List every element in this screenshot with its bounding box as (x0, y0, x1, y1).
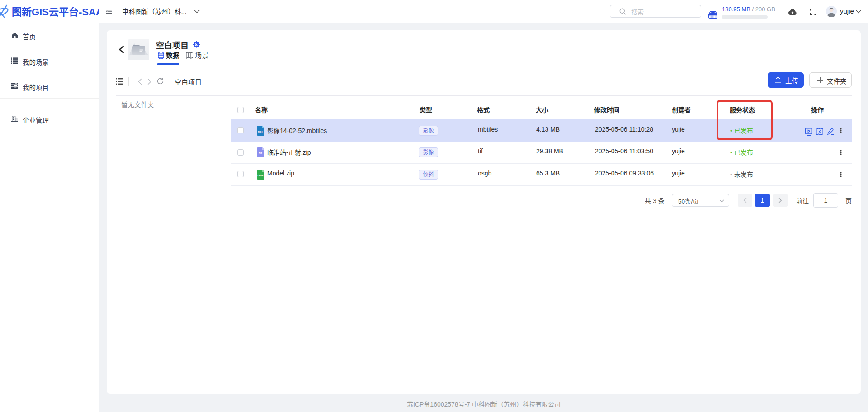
svg-text:OSGB: OSGB (258, 175, 264, 177)
svg-text:MBT: MBT (258, 130, 263, 133)
svg-text:TIF: TIF (259, 152, 262, 155)
